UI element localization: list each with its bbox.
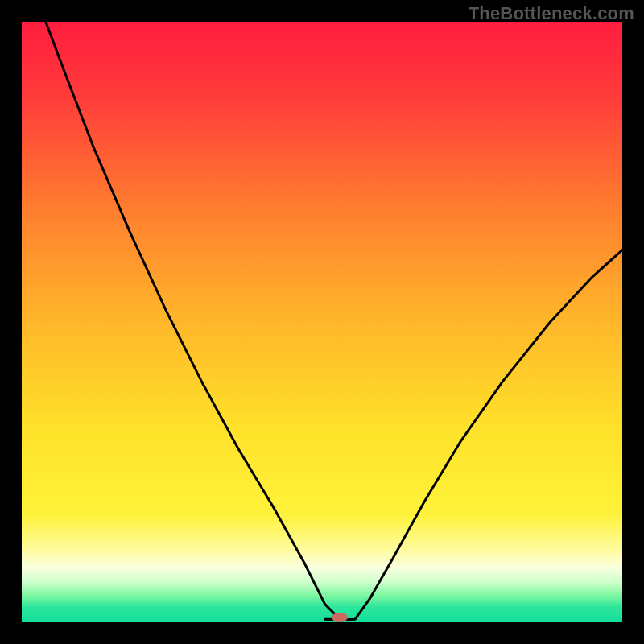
stage: TheBottleneck.com [0, 0, 644, 644]
optimal-marker [332, 613, 348, 622]
plot-svg [22, 22, 622, 622]
plot-area [22, 22, 622, 622]
gradient-background [22, 22, 622, 622]
